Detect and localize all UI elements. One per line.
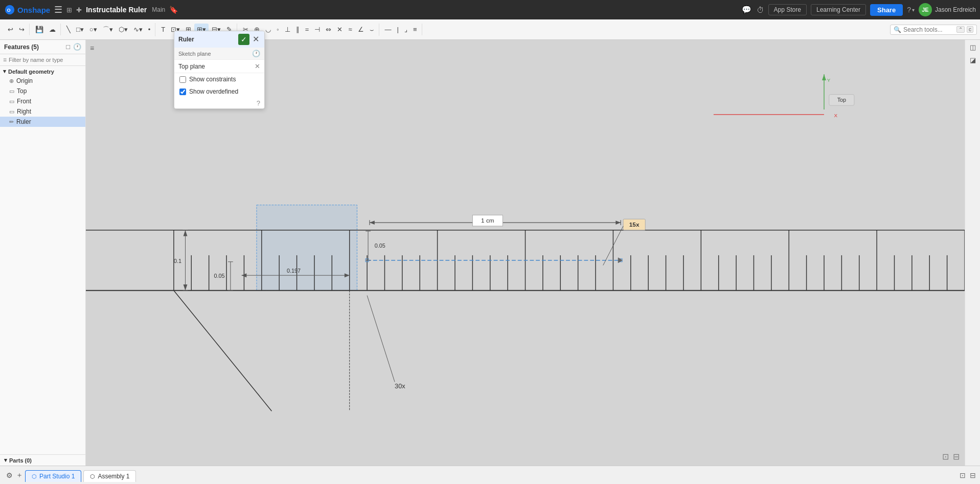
top-label: Top <box>17 87 27 95</box>
pierce-button[interactable]: ✕ <box>334 24 345 35</box>
sym-button[interactable]: ⇔ <box>323 24 334 35</box>
parts-group[interactable]: ▾ Parts (0) <box>4 457 81 464</box>
sketch-sub-label: Sketch plane <box>178 51 211 57</box>
left-panel: Features (5) □ 🕐 ≡ ▾ Default geometry ⊕ … <box>0 40 86 466</box>
canvas-bottom-icon1[interactable]: ⊡ <box>942 452 949 461</box>
branch-label: Main <box>152 6 165 13</box>
show-constraints-row: Show constraints <box>174 73 264 85</box>
equal-button[interactable]: = <box>303 24 312 35</box>
rect-button[interactable]: □▾ <box>74 24 86 35</box>
doc-title: Instructable Ruler <box>86 6 147 14</box>
right-label: Right <box>17 108 31 115</box>
help-button[interactable]: ? ▾ <box>907 6 915 14</box>
spline-button[interactable]: ∿▾ <box>131 24 145 35</box>
filter-box: ≡ <box>0 54 85 66</box>
top-plane-icon: ▭ <box>9 88 14 95</box>
circle-button[interactable]: ○▾ <box>87 24 100 35</box>
nav-icon[interactable]: ⊞ <box>66 6 72 14</box>
horz-button[interactable]: | <box>395 24 401 35</box>
bookmark-icon[interactable]: 🔖 <box>169 6 178 14</box>
tab-assembly-label: Assembly 1 <box>98 473 129 480</box>
normal-button[interactable]: ⊥ <box>282 24 293 35</box>
bottom-actions: ⚙ ＋ <box>6 471 23 480</box>
line-button[interactable]: ╲ <box>64 24 73 35</box>
save-button[interactable]: 💾 <box>33 24 46 35</box>
dot-button[interactable]: • <box>146 24 153 35</box>
add-icon[interactable]: ✚ <box>76 6 82 14</box>
rs-icon-1[interactable]: ◫ <box>968 42 977 53</box>
cloud-button[interactable]: ☁ <box>47 24 58 35</box>
canvas-bottom-icon2[interactable]: ⊟ <box>953 452 960 461</box>
tree-item-ruler[interactable]: ✏ Ruler <box>0 117 85 127</box>
collapse-icon: ▾ <box>3 68 6 75</box>
hamburger-icon[interactable]: ☰ <box>54 4 62 15</box>
origin-label: Origin <box>16 77 33 84</box>
sketch-close-button[interactable]: ✕ <box>252 35 260 43</box>
colinear-button[interactable]: ≈ <box>346 24 354 35</box>
svg-rect-3 <box>257 205 357 291</box>
save-group: 💾 ☁ <box>31 24 61 35</box>
shortcut-key1: ⌃ <box>956 26 965 33</box>
arc-button[interactable]: ⌒▾ <box>100 23 116 36</box>
tab-assembly[interactable]: ⬡ Assembly 1 <box>83 470 136 482</box>
svg-text:0.197: 0.197 <box>287 268 301 274</box>
undo-button[interactable]: ↩ <box>5 24 16 35</box>
redo-button[interactable]: ↪ <box>16 24 27 35</box>
main-layout: Features (5) □ 🕐 ≡ ▾ Default geometry ⊕ … <box>0 40 980 466</box>
bottom-settings-button[interactable]: ⚙ <box>6 471 13 479</box>
panel-history-icon[interactable]: 🕐 <box>73 43 81 51</box>
history-icon[interactable]: ⏱ <box>757 6 764 14</box>
show-constraints-checkbox[interactable] <box>179 76 186 83</box>
tree-item-right[interactable]: ▭ Right <box>0 106 85 117</box>
tab-assembly-icon: ⬡ <box>90 473 95 480</box>
clock-icon: 🕐 <box>252 50 260 57</box>
text-button[interactable]: T <box>158 24 168 35</box>
canvas-nav-icon[interactable]: ≡ <box>90 44 94 52</box>
share-button[interactable]: Share <box>870 4 903 16</box>
parts-section: ▾ Parts (0) <box>0 454 85 466</box>
svg-text:30x: 30x <box>395 382 405 390</box>
show-overdefined-checkbox[interactable] <box>179 89 186 95</box>
chat-icon[interactable]: 💬 <box>742 5 751 14</box>
smooth-button[interactable]: ⌣ <box>367 24 377 36</box>
ruler-button[interactable]: — <box>382 24 394 35</box>
search-input[interactable] <box>903 26 954 33</box>
fix-button[interactable]: ⊣ <box>312 24 323 35</box>
help-chevron: ▾ <box>912 7 915 13</box>
filter-input[interactable] <box>9 57 82 63</box>
midpoint-button[interactable]: ◦ <box>274 24 282 35</box>
polygon-button[interactable]: ⬡▾ <box>116 24 130 35</box>
panel-settings-icon[interactable]: □ <box>66 43 70 51</box>
toolbar: ↩ ↪ 💾 ☁ ╲ □▾ ○▾ ⌒▾ ⬡▾ ∿▾ • T ⊡▾ ⊞ ⊞▾ ⊟▾ … <box>0 19 980 40</box>
angle2-button[interactable]: ⌟ <box>402 24 410 35</box>
svg-text:O: O <box>7 8 11 13</box>
help-icon: ? <box>907 6 911 14</box>
learning-center-button[interactable]: Learning Center <box>811 4 866 15</box>
logo[interactable]: O Onshape <box>4 4 50 15</box>
tree-item-origin[interactable]: ⊕ Origin <box>0 76 85 86</box>
show-constraints-label: Show constraints <box>189 76 236 83</box>
plane-clear-icon[interactable]: ✕ <box>255 62 260 70</box>
tab-part-studio-icon: ⬡ <box>32 473 37 480</box>
parallel-button[interactable]: ∥ <box>293 24 302 35</box>
sketch-panel-actions: ✓ ✕ <box>238 34 260 45</box>
show-overdefined-label: Show overdefined <box>189 88 238 95</box>
svg-text:1 cm: 1 cm <box>481 217 494 224</box>
rs-icon-2[interactable]: ◪ <box>968 55 977 65</box>
search-tools[interactable]: 🔍 ⌃ c <box>890 25 977 35</box>
app-store-button[interactable]: App Store <box>768 4 807 15</box>
bottom-right-icon1[interactable]: ⊡ <box>960 471 966 479</box>
bottom-right-icon2[interactable]: ⊟ <box>970 471 976 479</box>
tree-item-top[interactable]: ▭ Top <box>0 86 85 96</box>
linear-button[interactable]: ≡ <box>411 24 420 35</box>
user-menu[interactable]: JE Jason Erdreich <box>919 3 976 16</box>
tree-item-front[interactable]: ▭ Front <box>0 96 85 106</box>
front-label: Front <box>17 98 31 105</box>
logo-text: Onshape <box>17 6 50 14</box>
default-geometry-group[interactable]: ▾ Default geometry <box>0 66 85 76</box>
bottom-add-button[interactable]: ＋ <box>16 471 23 480</box>
sketch-confirm-button[interactable]: ✓ <box>238 34 249 45</box>
show-overdefined-row: Show overdefined <box>174 85 264 98</box>
tab-part-studio[interactable]: ⬡ Part Studio 1 <box>25 470 81 482</box>
angle-button[interactable]: ∠ <box>355 24 367 35</box>
